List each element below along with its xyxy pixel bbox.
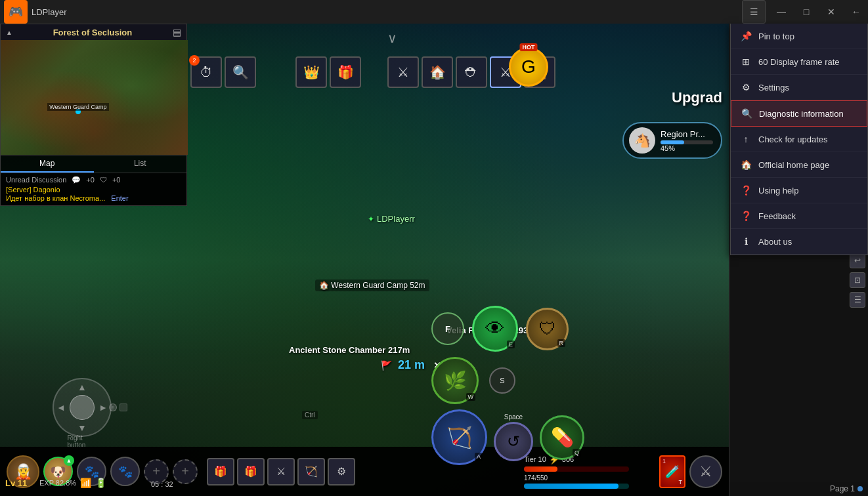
potion-key-label: 1 — [662, 458, 666, 465]
settings-icon[interactable]: 🏠 — [422, 56, 453, 88]
map-header: ▲ Forest of Seclusion ▤ — [1, 24, 186, 40]
f-skill-button[interactable]: F — [431, 312, 464, 345]
nav-menu-button[interactable]: ☰ — [850, 292, 865, 308]
menu-item-feedback[interactable]: ❓ Feedback — [731, 203, 867, 229]
chevron-down-icon[interactable]: ∨ — [387, 30, 397, 46]
settings-gear-icon: ⚙ — [740, 81, 752, 93]
s-key-button[interactable]: S — [489, 367, 515, 394]
q-key-label: Q — [573, 449, 581, 457]
add-skill-2[interactable]: + — [173, 459, 198, 484]
pet-level-badge: ▲ — [64, 455, 74, 466]
w-skill-button[interactable]: 🌿 W — [431, 357, 479, 404]
chat-server-label: [Server] Dagonio — [6, 186, 60, 194]
close-button[interactable]: ✕ — [819, 0, 843, 24]
menu-item-using-help[interactable]: ❓ Using help — [731, 178, 867, 203]
menu-item-settings[interactable]: ⚙ Settings — [731, 75, 867, 100]
gold-icon[interactable]: G — [509, 47, 548, 87]
joystick-outer: ▲ ▼ ◄ ► — [53, 378, 112, 437]
action-icon-4[interactable]: 🏹 — [297, 458, 325, 486]
a-skill-button[interactable]: 🏹 A — [431, 409, 487, 465]
diagnostic-icon: 🔍 — [741, 108, 752, 119]
bottom-hud: 🧝 🐶 ▲ 🐾 🐾 + + 🎁 🎁 ⚔ 🏹 ⚙ — [0, 447, 729, 496]
menu-item-about-us[interactable]: ℹ About us — [731, 229, 867, 255]
buff2-icon[interactable]: 🎁 — [330, 56, 361, 88]
tab-map[interactable]: Map — [1, 155, 94, 173]
tab-list[interactable]: List — [94, 155, 187, 173]
chat-icon: 💬 — [72, 176, 81, 184]
about-icon: ℹ — [740, 236, 752, 247]
chat-area: Unread Discussion 💬 +0 🛡 +0 [Server] Dag… — [1, 173, 186, 205]
e-skill-button[interactable]: 👁 E — [472, 306, 518, 352]
hot-badge: HOT — [520, 43, 538, 51]
potion-button[interactable]: 🧪 1 T — [659, 455, 685, 488]
r-skill-button[interactable]: 🛡 R — [526, 308, 569, 350]
nav-home-button[interactable]: ⊡ — [850, 272, 865, 288]
joystick[interactable]: ▲ ▼ ◄ ► Right button ! — [53, 378, 112, 437]
official-home-label: Official home page — [758, 160, 829, 170]
buff1-icon[interactable]: 👑 — [295, 56, 327, 88]
map-location-label: Western Guard Camp — [47, 103, 108, 111]
diagnostic-label: Diagnostic information — [759, 109, 844, 119]
page-label: Page 1 — [830, 484, 855, 493]
player-name: LDPlayerr — [377, 214, 415, 224]
region-label: Region Pr... — [661, 129, 713, 139]
skill-paw-2[interactable]: 🐾 — [110, 457, 140, 486]
e-key-label: E — [507, 341, 515, 348]
q-skill-button[interactable]: 💊 Q — [540, 415, 584, 460]
hamburger-menu-button[interactable]: ☰ — [742, 0, 766, 24]
shield-count: +0 — [112, 176, 121, 184]
feedback-icon: ❓ — [740, 210, 752, 222]
menu-item-pin-to-top[interactable]: 📌 Pin to top — [731, 24, 867, 49]
search-icon[interactable]: 🔍 — [225, 56, 256, 88]
time-label: 05 : 32 — [151, 480, 173, 488]
ctrl-label: Ctrl — [302, 411, 318, 419]
map-panel: ▲ Forest of Seclusion ▤ Western Guard Ca… — [0, 24, 187, 206]
map-settings-icon[interactable]: ▤ — [173, 27, 181, 37]
chat-message: Идет набор в клан Necroma... Enter — [6, 194, 181, 202]
joystick-inner — [70, 395, 95, 420]
page-dot — [857, 486, 863, 491]
s-key-label: S — [500, 377, 504, 384]
r-key-label: R — [557, 339, 566, 347]
settings-label: Settings — [758, 83, 789, 93]
map-expand-icon[interactable]: ▲ — [6, 29, 12, 36]
menu-item-official-home[interactable]: 🏠 Official home page — [731, 152, 867, 178]
space-skill-button[interactable]: ↺ — [494, 422, 533, 461]
player-label: ✦ LDPlayerr — [368, 214, 415, 224]
page-indicator: Page 1 — [729, 482, 868, 496]
region-panel[interactable]: 🐴 Region Pr... 45% — [622, 122, 722, 159]
dropdown-menu: 📌 Pin to top ⊞ 60 Display frame rate ⚙ S… — [730, 24, 868, 255]
menu-item-display-frame-rate[interactable]: ⊞ 60 Display frame rate — [731, 49, 867, 75]
helmet-icon[interactable]: ⛑ — [456, 56, 487, 88]
mp-bar-fill — [524, 484, 618, 489]
g-skill-button[interactable]: ⚔ — [689, 455, 722, 488]
chat-server: [Server] Dagonio — [6, 186, 181, 194]
action-icon-5[interactable]: ⚙ — [328, 458, 355, 486]
pin-to-top-label: Pin to top — [758, 31, 794, 41]
app-title: LDPlayer — [32, 7, 742, 17]
joystick-extra-btn[interactable]: ! — [109, 403, 117, 411]
maximize-button[interactable]: □ — [794, 0, 818, 24]
map-image[interactable]: Western Guard Camp — [1, 40, 188, 155]
skills-icon[interactable]: ⚔ — [387, 56, 419, 88]
hud-row: 🧝 🐶 ▲ 🐾 🐾 + + 🎁 🎁 ⚔ 🏹 ⚙ — [0, 447, 729, 496]
help-icon: ❓ — [740, 184, 752, 196]
lv-section: Lv 11 — [5, 478, 27, 488]
minimize-button[interactable]: — — [770, 0, 793, 24]
action-icon-1[interactable]: 🎁 — [207, 458, 234, 486]
action-icon-2[interactable]: 🎁 — [237, 458, 265, 486]
joystick-left-arrow: ◄ — [56, 402, 66, 413]
unread-label: Unread Discussion — [6, 176, 66, 184]
menu-item-diagnostic[interactable]: 🔍 Diagnostic information — [731, 100, 867, 127]
joystick-help-icon[interactable] — [119, 403, 127, 411]
space-area: Space ↺ — [494, 413, 533, 461]
mp-bar-wrap — [524, 484, 629, 489]
quest-icon[interactable]: ⏱ 2 — [190, 56, 222, 88]
lv-label: Lv 11 — [5, 478, 27, 488]
action-icon-3[interactable]: ⚔ — [267, 458, 295, 486]
nav-arrows: ↩ ⊡ ☰ — [850, 253, 865, 308]
combat-buttons-area: F 👁 E 🛡 R 🌿 W S 🏹 A — [431, 306, 584, 465]
menu-item-check-updates[interactable]: ↑ Check for updates — [731, 127, 867, 152]
chat-enter-label[interactable]: Enter — [111, 194, 128, 202]
back-button[interactable]: ← — [844, 0, 868, 24]
